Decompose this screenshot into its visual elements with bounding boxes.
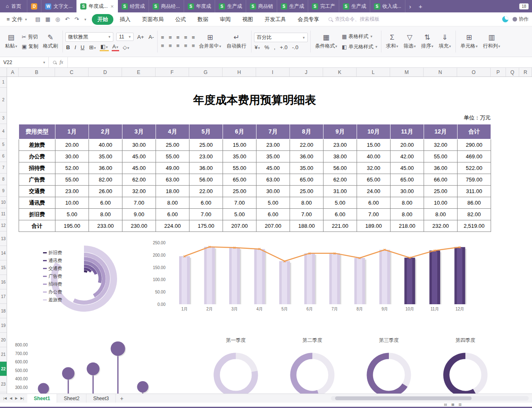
command-search[interactable]: 查找命令、搜索模板: [328, 16, 407, 23]
document-tab[interactable]: S完工产: [308, 0, 339, 12]
file-menu[interactable]: ≡ 文件 ▾: [2, 16, 31, 23]
gauge-charts-svg[interactable]: 第一季度第二季度第三季度第四季度: [194, 334, 492, 394]
column-header-B[interactable]: B: [19, 68, 55, 76]
table-cell[interactable]: 30.00: [256, 186, 290, 197]
first-sheet-icon[interactable]: |◀: [3, 396, 7, 400]
close-icon[interactable]: ×: [110, 3, 114, 10]
document-tab[interactable]: S商品经...: [149, 0, 184, 12]
table-cell[interactable]: 86.00: [458, 197, 491, 209]
prev-sheet-icon[interactable]: ◀: [10, 396, 12, 400]
table-cell[interactable]: 23.00: [256, 139, 290, 151]
table-cell[interactable]: 233.00: [89, 220, 122, 232]
table-cell[interactable]: 5.00: [324, 197, 357, 209]
next-sheet-icon[interactable]: ▶: [15, 396, 17, 400]
table-cell[interactable]: 6.00: [357, 197, 391, 209]
comma-style-button[interactable]: ,: [273, 44, 276, 50]
table-cell[interactable]: 40.00: [357, 151, 391, 162]
document-tab[interactable]: S生产成: [339, 0, 370, 12]
column-header-Q[interactable]: Q: [506, 68, 519, 76]
sheet-tab-Sheet1[interactable]: Sheet1: [27, 394, 57, 403]
table-cell[interactable]: 23.00: [324, 139, 357, 151]
table-cell[interactable]: 6.00: [156, 209, 189, 220]
table-cell[interactable]: 8.00: [391, 197, 424, 209]
table-cell[interactable]: 56.00: [324, 162, 357, 174]
zoom-icon[interactable]: [53, 61, 56, 64]
table-cell[interactable]: 759.00: [458, 174, 491, 186]
table-cell[interactable]: 35.00: [223, 151, 256, 162]
table-cell[interactable]: 42.00: [391, 151, 424, 162]
italic-button[interactable]: I: [74, 44, 77, 50]
filter-button[interactable]: ▽ 筛选▾: [401, 32, 418, 51]
table-cell[interactable]: 5.00: [55, 209, 89, 220]
table-cell[interactable]: 56.00: [189, 174, 223, 186]
table-cell[interactable]: 45.00: [122, 151, 156, 162]
table-cell[interactable]: 7.00: [122, 197, 156, 209]
rows-cols-button[interactable]: ▥ 行和列▾: [481, 32, 503, 51]
row-header-13[interactable]: 13: [0, 231, 7, 246]
column-header-K[interactable]: K: [323, 68, 357, 76]
table-cell[interactable]: 8.00: [156, 197, 189, 209]
page-layout-view-icon[interactable]: ▦: [451, 403, 455, 407]
table-cell[interactable]: 30.00: [122, 139, 156, 151]
table-cell[interactable]: 8.00: [290, 197, 324, 209]
document-tab[interactable]: S商品销: [246, 0, 277, 12]
sum-button[interactable]: Σ 求和▾: [384, 32, 400, 51]
row-header-11[interactable]: 11: [0, 208, 7, 220]
document-tab[interactable]: S年度成...×: [77, 0, 118, 12]
decrease-font-button[interactable]: A-: [148, 34, 155, 40]
percent-button[interactable]: %: [264, 44, 270, 50]
document-tab[interactable]: D: [27, 0, 41, 12]
table-cell[interactable]: 6.00: [89, 197, 122, 209]
row-header-2[interactable]: 2: [0, 88, 7, 112]
number-format-select[interactable]: 百分比▾: [254, 33, 308, 42]
table-cell[interactable]: 65.00: [223, 174, 256, 186]
justify-button[interactable]: ≡: [183, 43, 188, 49]
table-cell[interactable]: 6.00: [256, 209, 290, 220]
table-cell[interactable]: 26.00: [89, 186, 122, 197]
column-header-F[interactable]: F: [156, 68, 189, 76]
menu-tab-公式[interactable]: 公式: [170, 14, 191, 25]
table-cell[interactable]: 8.00: [391, 209, 424, 220]
document-tab[interactable]: S生产成: [215, 0, 246, 12]
align-right-button[interactable]: ≡: [175, 43, 180, 49]
align-center-button[interactable]: ≡: [168, 43, 173, 49]
fill-color-button[interactable]: ◧▾: [100, 44, 109, 51]
normal-view-icon[interactable]: ▤: [444, 403, 447, 407]
save-icon[interactable]: ▤: [35, 16, 40, 22]
more-tabs-icon[interactable]: ›: [405, 0, 415, 12]
redo-icon[interactable]: ↷: [74, 16, 79, 22]
align-bottom-button[interactable]: ≡: [175, 34, 180, 41]
table-cell[interactable]: 22.00: [189, 186, 223, 197]
document-tab[interactable]: S经营成: [118, 0, 149, 12]
decrease-decimal-button[interactable]: -.0: [291, 44, 299, 50]
table-cell[interactable]: 2,519.00: [458, 220, 491, 232]
table-cell[interactable]: 5.00: [223, 209, 256, 220]
row-header-15[interactable]: 15: [0, 260, 7, 275]
table-cell[interactable]: 25.00: [290, 186, 324, 197]
sheet-tab-Sheet2[interactable]: Sheet2: [57, 394, 86, 403]
table-cell[interactable]: 63.00: [256, 174, 290, 186]
table-cell[interactable]: 25.00: [156, 139, 189, 151]
table-cell[interactable]: 188.00: [290, 220, 324, 232]
indent-increase-button[interactable]: ≡: [191, 34, 196, 41]
distribute-button[interactable]: ≡: [191, 43, 196, 49]
copy-button[interactable]: ▣复制: [21, 43, 40, 50]
column-header-J[interactable]: J: [290, 68, 323, 76]
row-header-14[interactable]: 14: [0, 246, 7, 260]
underline-button[interactable]: U: [80, 44, 85, 50]
table-cell[interactable]: 7.00: [223, 197, 256, 209]
table-cell[interactable]: 62.00: [324, 174, 357, 186]
column-header-A[interactable]: A: [7, 68, 19, 76]
column-header-N[interactable]: N: [424, 68, 457, 76]
insert-function-button[interactable]: fx: [60, 59, 63, 65]
table-cell[interactable]: 52.00: [55, 162, 89, 174]
add-sheet-button[interactable]: +: [116, 394, 127, 403]
table-cell[interactable]: 221.00: [324, 220, 357, 232]
paste-button[interactable]: ▤ 粘贴▾: [3, 32, 19, 51]
table-cell[interactable]: 175.00: [189, 220, 223, 232]
column-header-P[interactable]: P: [491, 68, 506, 76]
last-sheet-icon[interactable]: ▶|: [21, 396, 24, 400]
lollipop-chart-svg[interactable]: 800.00700.00600.00500.00400.00300.00: [14, 333, 152, 394]
wrap-text-button[interactable]: ↵ 自动换行: [225, 32, 249, 51]
table-cell[interactable]: 30.00: [391, 186, 424, 197]
